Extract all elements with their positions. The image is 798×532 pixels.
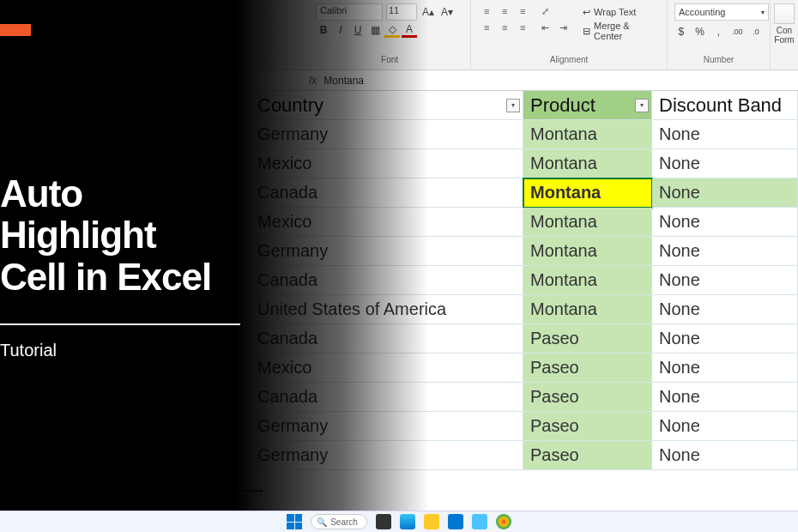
- table-row: CanadaMontanaNone: [240, 266, 798, 295]
- cell-product[interactable]: Montana: [523, 237, 652, 266]
- start-button[interactable]: [287, 514, 302, 529]
- align-top-icon[interactable]: ≡: [478, 3, 495, 19]
- underline-button[interactable]: U: [350, 22, 366, 38]
- overlay-divider: [0, 323, 240, 325]
- table-row: MexicoMontanaNone: [240, 149, 798, 178]
- cell-discount[interactable]: None: [652, 178, 798, 208]
- cell-product[interactable]: Montana: [523, 208, 652, 237]
- cell-product[interactable]: Paseo: [523, 412, 652, 441]
- italic-button[interactable]: I: [333, 22, 348, 38]
- font-size-select[interactable]: 11: [386, 3, 417, 21]
- cell-discount[interactable]: None: [652, 324, 798, 354]
- increase-indent-icon[interactable]: ⇥: [554, 20, 571, 35]
- align-right-icon[interactable]: ≡: [514, 20, 531, 35]
- title-overlay: Auto Highlight Cell in Excel Tutorial: [0, 0, 292, 511]
- cell-product[interactable]: Paseo: [523, 441, 652, 470]
- ribbon-alignment-group: ≡ ≡ ≡ ≡ ≡ ≡ ⤢ ⇤ ⇥: [471, 0, 668, 70]
- cell-product[interactable]: Paseo: [523, 354, 652, 383]
- percent-button[interactable]: %: [693, 24, 707, 39]
- header-product[interactable]: Product ▾: [523, 91, 652, 120]
- increase-font-icon[interactable]: A▴: [420, 4, 436, 20]
- filter-button-country[interactable]: ▾: [506, 99, 520, 112]
- table-row: GermanyPaseoNone: [240, 441, 798, 470]
- table-row: MexicoMontanaNone: [240, 208, 798, 237]
- filter-button-product[interactable]: ▾: [635, 99, 649, 112]
- currency-button[interactable]: $: [674, 24, 688, 39]
- font-group-label: Font: [316, 53, 463, 66]
- table-row: GermanyPaseoNone: [240, 412, 798, 441]
- font-color-button[interactable]: A: [402, 22, 417, 38]
- cell-discount[interactable]: None: [652, 149, 798, 178]
- table-row: GermanyMontanaNone: [240, 120, 798, 149]
- wrap-text-icon: ↩: [583, 7, 590, 18]
- align-bottom-icon[interactable]: ≡: [514, 3, 531, 19]
- fx-icon[interactable]: fx: [309, 75, 317, 87]
- cell-discount[interactable]: None: [652, 354, 798, 383]
- cell-discount[interactable]: None: [652, 441, 798, 470]
- cell-discount[interactable]: None: [652, 208, 798, 237]
- number-format-select[interactable]: Accounting ▾: [674, 3, 769, 21]
- taskbar-app-icon-2[interactable]: [472, 514, 487, 529]
- overlay-title: Auto Highlight Cell in Excel: [0, 173, 292, 298]
- merge-center-button[interactable]: ⊟ Merge & Center: [577, 22, 660, 39]
- windows-taskbar: 🔍 Search: [0, 511, 798, 532]
- header-row: Country ▾ Product ▾ Discount Band: [240, 91, 798, 120]
- taskbar-explorer-icon[interactable]: [424, 514, 439, 529]
- wrap-text-button[interactable]: ↩ Wrap Text: [577, 3, 660, 21]
- overlay-subtitle: Tutorial: [0, 341, 292, 360]
- cell-discount[interactable]: None: [652, 383, 798, 412]
- cell-discount[interactable]: None: [652, 266, 798, 295]
- cell-product[interactable]: Montana: [523, 266, 652, 295]
- ribbon-number-group: Accounting ▾ $ % , .00 .0 Number: [668, 0, 771, 70]
- merge-icon: ⊟: [583, 26, 590, 37]
- orientation-button[interactable]: ⤢: [536, 3, 553, 19]
- table-row: CanadaMontanaNone: [240, 178, 798, 208]
- font-name-select[interactable]: Calibri: [316, 3, 383, 21]
- cell-discount[interactable]: None: [652, 237, 798, 266]
- ribbon-font-group: Calibri 11 A▴ A▾ B I U ▦ ◇ A Font: [309, 0, 471, 70]
- alignment-group-label: Alignment: [478, 53, 660, 66]
- taskbar-task-view-icon[interactable]: [376, 514, 391, 529]
- decrease-decimal-icon[interactable]: .0: [749, 24, 763, 39]
- taskbar-app-icon[interactable]: [448, 514, 463, 529]
- taskbar-edge-icon[interactable]: [400, 514, 415, 529]
- align-center-icon[interactable]: ≡: [496, 20, 513, 35]
- table-row: United States of AmericaMontanaNone: [240, 295, 798, 324]
- comma-button[interactable]: ,: [712, 24, 726, 39]
- taskbar-search[interactable]: 🔍 Search: [311, 514, 367, 529]
- table-row: CanadaPaseoNone: [240, 324, 798, 354]
- border-button[interactable]: ▦: [367, 22, 383, 38]
- cell-discount[interactable]: None: [652, 295, 798, 324]
- taskbar-chrome-icon[interactable]: [496, 514, 511, 529]
- conditional-formatting-button[interactable]: Con Form: [771, 0, 798, 70]
- conditional-formatting-icon: [774, 3, 795, 24]
- increase-decimal-icon[interactable]: .00: [730, 24, 744, 39]
- cell-product[interactable]: Paseo: [523, 324, 652, 354]
- decrease-font-icon[interactable]: A▾: [439, 4, 455, 20]
- align-left-icon[interactable]: ≡: [478, 20, 495, 35]
- table-row: MexicoPaseoNone: [240, 354, 798, 383]
- accent-bar: [0, 24, 31, 36]
- fill-color-button[interactable]: ◇: [384, 22, 400, 38]
- cell-product[interactable]: Montana: [523, 295, 652, 324]
- cell-discount[interactable]: None: [652, 120, 798, 149]
- table-row: CanadaPaseoNone: [240, 383, 798, 412]
- header-discount[interactable]: Discount Band: [652, 91, 798, 120]
- table-row: GermanyMontanaNone: [240, 237, 798, 266]
- cell-product[interactable]: Montana: [523, 120, 652, 149]
- chevron-down-icon: ▾: [761, 9, 765, 16]
- search-icon: 🔍: [317, 517, 327, 527]
- cell-product[interactable]: Montana: [523, 178, 652, 208]
- cell-product[interactable]: Montana: [523, 149, 652, 178]
- decrease-indent-icon[interactable]: ⇤: [536, 20, 553, 35]
- number-group-label: Number: [674, 53, 763, 66]
- cell-product[interactable]: Paseo: [523, 383, 652, 412]
- cell-discount[interactable]: None: [652, 412, 798, 441]
- align-middle-icon[interactable]: ≡: [496, 3, 513, 19]
- bold-button[interactable]: B: [316, 22, 331, 38]
- formula-bar-value[interactable]: Montana: [323, 75, 364, 87]
